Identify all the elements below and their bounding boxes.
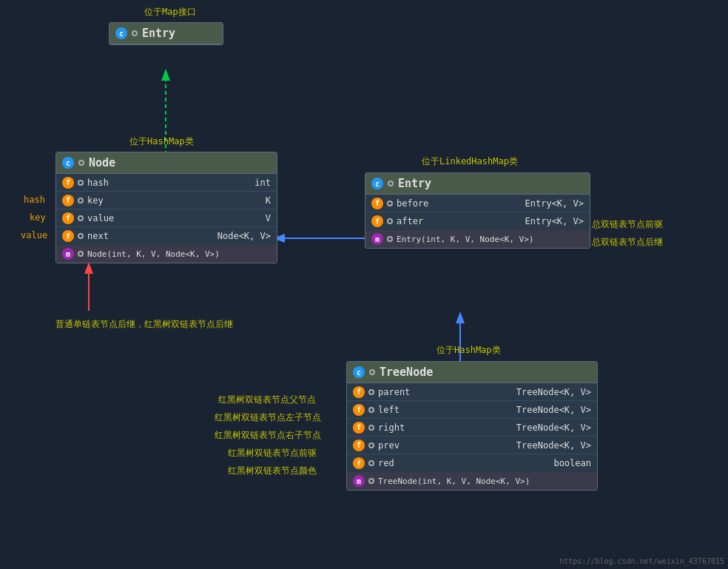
treenode-parent-dot bbox=[368, 389, 374, 395]
linked-m-icon: m bbox=[371, 233, 383, 245]
entry-map-box: c Entry bbox=[109, 22, 223, 45]
linked-before-name: before bbox=[397, 198, 522, 209]
linked-before-dot bbox=[387, 201, 393, 206]
watermark: https://blog.csdn.net/weixin_43767015 bbox=[559, 557, 724, 565]
treenode-prev-type: TreeNode<K, V> bbox=[516, 440, 591, 451]
treenode-right-name: right bbox=[378, 422, 513, 433]
treenode-red-type: boolean bbox=[553, 458, 591, 468]
node-value-f-icon: f bbox=[62, 212, 74, 224]
treenode-left-name: left bbox=[378, 405, 513, 415]
node-hash-row: f hash int bbox=[56, 174, 277, 192]
linked-entry-dot bbox=[388, 181, 394, 186]
linked-after-row: f after Entry<K, V> bbox=[365, 212, 590, 230]
node-key-dot bbox=[78, 198, 84, 203]
after-label: 总双链表节点后继 bbox=[592, 236, 663, 249]
treenode-right-row: f right TreeNode<K, V> bbox=[347, 419, 597, 437]
node-next-f-icon: f bbox=[62, 230, 74, 242]
treenode-red-f-icon: f bbox=[353, 457, 365, 469]
treenode-parent-type: TreeNode<K, V> bbox=[516, 387, 591, 397]
node-key-row: f key K bbox=[56, 192, 277, 209]
treenode-prev-dot bbox=[368, 442, 374, 448]
node-key-f-icon: f bbox=[62, 195, 74, 206]
linked-before-row: f before Entry<K, V> bbox=[365, 195, 590, 212]
entry-top-dot bbox=[132, 30, 138, 36]
linked-entry-c-icon: c bbox=[371, 178, 383, 189]
entry-top-title: Entry bbox=[142, 27, 175, 40]
value-side-label: value bbox=[21, 230, 47, 240]
linked-entry-title: Entry bbox=[398, 177, 431, 190]
linked-after-f-icon: f bbox=[371, 215, 383, 227]
node-title: Node bbox=[89, 156, 115, 169]
prev-label: 红黑树双链表节点前驱 bbox=[228, 447, 317, 459]
node-box: c Node f hash int f key K f value V f ne… bbox=[55, 152, 277, 263]
next-node-label: 普通单链表节点后继，红黑树双链表节点后继 bbox=[55, 318, 233, 331]
node-value-type: V bbox=[266, 213, 271, 223]
treenode-right-f-icon: f bbox=[353, 422, 365, 434]
node-key-type: K bbox=[266, 195, 271, 206]
hashmap-treenode-label: 位于HashMap类 bbox=[437, 344, 501, 357]
treenode-parent-name: parent bbox=[378, 387, 513, 397]
treenode-prev-row: f prev TreeNode<K, V> bbox=[347, 437, 597, 454]
parent-label: 红黑树双链表节点父节点 bbox=[218, 394, 316, 406]
node-c-icon: c bbox=[62, 157, 74, 169]
node-next-type: Node<K, V> bbox=[218, 231, 271, 241]
linked-before-type: Entry<K, V> bbox=[525, 198, 584, 209]
treenode-left-row: f left TreeNode<K, V> bbox=[347, 401, 597, 419]
map-interface-label: 位于Map接口 bbox=[144, 6, 196, 18]
treenode-right-dot bbox=[368, 425, 374, 431]
linked-after-dot bbox=[387, 218, 393, 224]
treenode-constructor-text: TreeNode(int, K, V, Node<K, V>) bbox=[378, 477, 530, 486]
node-hash-type: int bbox=[255, 178, 271, 188]
linked-after-type: Entry<K, V> bbox=[525, 216, 584, 226]
entry-top-c-icon: c bbox=[115, 27, 127, 39]
node-hash-name: hash bbox=[87, 178, 251, 188]
treenode-red-name: red bbox=[378, 458, 550, 468]
linked-constructor-dot bbox=[387, 236, 393, 242]
treenode-prev-f-icon: f bbox=[353, 440, 365, 451]
linked-constructor-row: m Entry(int, K, V, Node<K, V>) bbox=[365, 230, 590, 248]
node-constructor-row: m Node(int, K, V, Node<K, V>) bbox=[56, 245, 277, 263]
treenode-left-dot bbox=[368, 407, 374, 413]
hashmap-node-label: 位于HashMap类 bbox=[129, 135, 194, 148]
linked-after-name: after bbox=[397, 216, 522, 226]
treenode-prev-name: prev bbox=[378, 440, 513, 451]
red-label: 红黑树双链表节点颜色 bbox=[228, 465, 317, 477]
treenode-c-icon: c bbox=[353, 366, 365, 378]
linked-entry-box: c Entry f before Entry<K, V> f after Ent… bbox=[365, 172, 590, 249]
treenode-parent-row: f parent TreeNode<K, V> bbox=[347, 383, 597, 401]
node-hash-f-icon: f bbox=[62, 177, 74, 189]
treenode-left-f-icon: f bbox=[353, 404, 365, 416]
treenode-right-type: TreeNode<K, V> bbox=[516, 422, 591, 433]
linked-before-f-icon: f bbox=[371, 198, 383, 209]
node-next-row: f next Node<K, V> bbox=[56, 227, 277, 245]
linked-constructor-text: Entry(int, K, V, Node<K, V>) bbox=[397, 235, 533, 244]
treenode-constructor-dot bbox=[368, 478, 374, 484]
treenode-m-icon: m bbox=[353, 475, 365, 487]
node-value-row: f value V bbox=[56, 209, 277, 227]
treenode-dot bbox=[369, 369, 375, 375]
node-next-name: next bbox=[87, 231, 214, 241]
node-constructor-text: Node(int, K, V, Node<K, V>) bbox=[87, 249, 220, 259]
node-key-name: key bbox=[87, 195, 262, 206]
node-m-icon: m bbox=[62, 248, 74, 260]
treenode-red-row: f red boolean bbox=[347, 454, 597, 472]
treenode-left-type: TreeNode<K, V> bbox=[516, 405, 591, 415]
node-value-name: value bbox=[87, 213, 262, 223]
hash-side-label: hash bbox=[24, 195, 45, 205]
linkedhashmap-label: 位于LinkedHashMap类 bbox=[422, 155, 518, 168]
right-label: 红黑树双链表节点右子节点 bbox=[215, 429, 321, 442]
treenode-box: c TreeNode f parent TreeNode<K, V> f lef… bbox=[346, 361, 598, 491]
key-side-label: key bbox=[30, 212, 46, 223]
node-constructor-dot bbox=[78, 251, 84, 257]
node-value-dot bbox=[78, 215, 84, 221]
treenode-constructor-row: m TreeNode(int, K, V, Node<K, V>) bbox=[347, 472, 597, 490]
node-hash-dot bbox=[78, 180, 84, 186]
node-next-dot bbox=[78, 233, 84, 239]
before-label: 总双链表节点前驱 bbox=[592, 218, 663, 231]
treenode-parent-f-icon: f bbox=[353, 386, 365, 398]
treenode-red-dot bbox=[368, 460, 374, 466]
treenode-title: TreeNode bbox=[380, 366, 433, 379]
node-dot bbox=[78, 160, 84, 166]
left-label: 红黑树双链表节点左子节点 bbox=[215, 411, 321, 424]
